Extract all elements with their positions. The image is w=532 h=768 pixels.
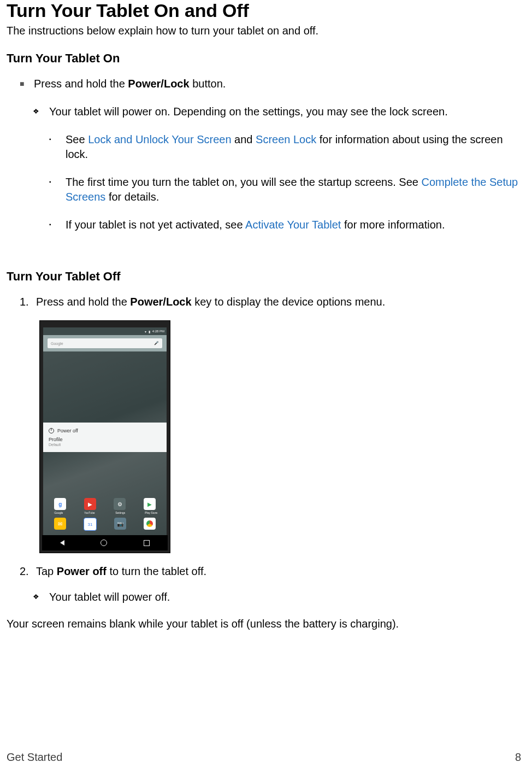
document-page: Turn Your Tablet On and Off The instruct… (0, 0, 532, 768)
android-nav-bar (42, 535, 168, 550)
section-heading-off: Turn Your Tablet Off (7, 269, 521, 284)
section-heading-on: Turn Your Tablet On (7, 51, 521, 66)
list-text: Press and hold the Power/Lock key to dis… (36, 295, 521, 309)
app-icon-play-store: ▶ (144, 498, 156, 510)
device-options-dialog: Power off Profile Default (43, 423, 167, 452)
text-fragment: If your tablet is not yet activated, see (66, 219, 245, 231)
status-bar: ▾ ▮ 4:28 PM (43, 327, 167, 335)
list-text: The first time you turn the tablet on, y… (66, 175, 521, 204)
link-activate-your-tablet[interactable]: Activate Your Tablet (245, 219, 341, 231)
app-icon-google: g (54, 498, 66, 510)
list-item: Your tablet will power on. Depending on … (33, 104, 521, 119)
text-fragment: key to display the device options menu. (192, 296, 386, 308)
page-footer: Get Started 8 (7, 751, 521, 764)
app-icon-chrome (144, 518, 156, 530)
home-wallpaper: Power off Profile Default g ▶ ⚙ ▶ (43, 351, 167, 535)
link-screen-lock[interactable]: Screen Lock (256, 133, 316, 145)
list-item: 1. Press and hold the Power/Lock key to … (20, 295, 521, 309)
spacer (7, 245, 521, 269)
chrome-icon (146, 520, 153, 527)
list-text: Press and hold the Power/Lock button. (34, 77, 521, 91)
power-icon (49, 428, 54, 433)
dialog-option-power-off: Power off (49, 427, 161, 437)
list-item: Your tablet will power off. (33, 590, 521, 605)
text-fragment: to turn the tablet off. (107, 565, 206, 577)
small-square-bullet-icon (49, 218, 66, 232)
list-number: 1. (20, 295, 36, 309)
app-icon-calendar: 31 (84, 518, 97, 531)
text-fragment: for more information. (341, 219, 445, 231)
list-item: See Lock and Unlock Your Screen and Scre… (49, 132, 521, 162)
search-brand-label: Google (51, 342, 63, 345)
recents-icon (144, 540, 150, 546)
list-text: If your tablet is not yet activated, see… (66, 218, 521, 232)
tablet-illustration: ▾ ▮ 4:28 PM Google 🎤 Power off Profile (39, 320, 170, 553)
list-item: The first time you turn the tablet on, y… (49, 175, 521, 204)
intro-text: The instructions below explain how to tu… (7, 25, 521, 37)
dialog-power-label: Power off (57, 428, 78, 433)
list-item: If your tablet is not yet activated, see… (49, 218, 521, 232)
list-text: See Lock and Unlock Your Screen and Scre… (66, 132, 521, 162)
closing-text: Your screen remains blank while your tab… (7, 618, 521, 630)
text-fragment: button. (190, 78, 226, 90)
battery-icon: ▮ (149, 330, 150, 333)
search-bar: Google 🎤 (48, 338, 162, 348)
tablet-screen: ▾ ▮ 4:28 PM Google 🎤 Power off Profile (43, 327, 167, 535)
text-fragment: Tap (36, 565, 57, 577)
status-time: 4:28 PM (152, 330, 164, 333)
app-icon-camera: 📷 (114, 518, 126, 530)
bold-text: Power/Lock (130, 296, 191, 308)
footer-section: Get Started (7, 751, 62, 764)
text-fragment: Press and hold the (36, 296, 130, 308)
app-row: g ▶ ⚙ ▶ (43, 495, 167, 511)
dialog-option-profile: Profile Default (49, 437, 161, 447)
link-lock-unlock-screen[interactable]: Lock and Unlock Your Screen (88, 133, 231, 145)
mic-icon: 🎤 (154, 341, 159, 345)
bold-text: Power/Lock (128, 78, 189, 90)
wifi-icon: ▾ (145, 330, 146, 333)
list-text: Tap Power off to turn the tablet off. (36, 564, 521, 579)
text-fragment: and (232, 133, 256, 145)
diamond-bullet-icon (33, 104, 49, 119)
page-title: Turn Your Tablet On and Off (7, 0, 521, 21)
text-fragment: See (66, 133, 88, 145)
text-fragment: The first time you turn the tablet on, y… (66, 176, 421, 188)
app-icon-email: ✉ (54, 518, 66, 530)
list-item: Press and hold the Power/Lock button. (20, 77, 521, 91)
footer-page-number: 8 (515, 751, 521, 764)
list-text: Your tablet will power off. (49, 590, 521, 605)
list-item: 2. Tap Power off to turn the tablet off. (20, 564, 521, 579)
dialog-profile-sub: Default (49, 443, 161, 447)
app-icon-youtube: ▶ (84, 498, 96, 510)
small-square-bullet-icon (49, 175, 66, 204)
text-fragment: for details. (105, 191, 159, 203)
square-bullet-icon (20, 77, 34, 91)
diamond-bullet-icon (33, 590, 49, 605)
app-row: ✉ 31 📷 (43, 514, 167, 532)
bold-text: Power off (57, 565, 107, 577)
home-icon (101, 540, 107, 546)
back-icon (60, 540, 64, 546)
app-icon-settings: ⚙ (114, 498, 126, 510)
list-text: Your tablet will power on. Depending on … (49, 104, 521, 119)
text-fragment: Press and hold the (34, 78, 128, 90)
list-number: 2. (20, 564, 36, 579)
small-square-bullet-icon (49, 132, 66, 162)
dialog-profile-label: Profile (49, 437, 161, 442)
app-dock: g ▶ ⚙ ▶ Google YouTube Settings Play Sto… (43, 495, 167, 535)
